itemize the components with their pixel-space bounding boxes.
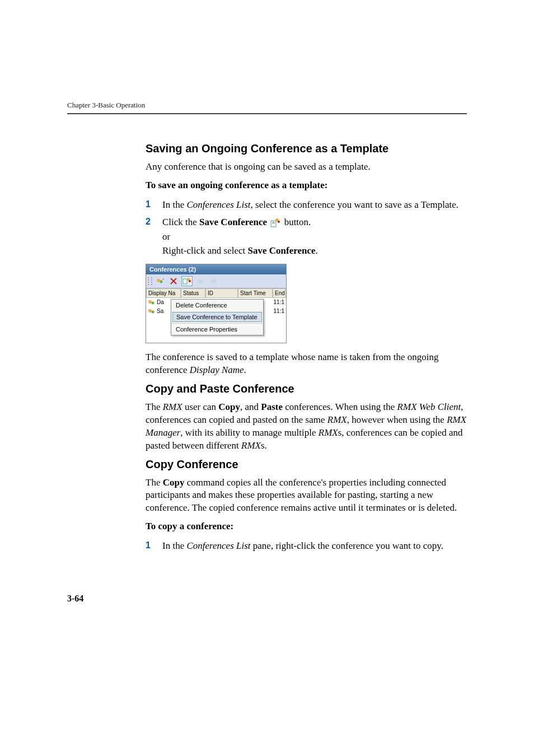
step-1: 1 In the Conferences List pane, right-cl… bbox=[146, 539, 467, 553]
col-id[interactable]: ID bbox=[205, 288, 238, 298]
heading-save-template: Saving an Ongoing Conference as a Templa… bbox=[146, 142, 467, 155]
col-display-name[interactable]: Display Na bbox=[146, 288, 181, 298]
step-number: 1 bbox=[146, 198, 151, 211]
conferences-panel-screenshot: Conferences (2) + bbox=[146, 264, 287, 343]
svg-text:+: + bbox=[162, 277, 165, 281]
para-intro: Any conference that is ongoing can be sa… bbox=[146, 161, 467, 174]
grip-icon bbox=[148, 277, 152, 285]
t: RMX bbox=[163, 402, 182, 412]
t: command copies all the conference's prop… bbox=[146, 477, 457, 514]
delete-icon[interactable] bbox=[168, 276, 179, 286]
menu-conference-properties[interactable]: Conference Properties bbox=[171, 323, 263, 335]
t: RMX, bbox=[327, 414, 349, 425]
row-end: 11:1 bbox=[268, 298, 286, 306]
t: , with its ability to manage multiple bbox=[180, 427, 318, 438]
panel-titlebar: Conferences (2) bbox=[146, 264, 286, 274]
main-content: Saving an Ongoing Conference as a Templa… bbox=[146, 142, 467, 553]
heading-copy-paste: Copy and Paste Conference bbox=[146, 382, 467, 395]
svg-point-16 bbox=[152, 301, 154, 304]
para-copy-paste: The RMX user can Copy, and Paste confere… bbox=[146, 401, 467, 452]
column-headers: Display Na Status ID Start Time End T bbox=[146, 288, 286, 298]
t: Conferences List bbox=[186, 540, 250, 551]
svg-rect-0 bbox=[271, 221, 276, 227]
menu-delete-conference[interactable]: Delete Conference bbox=[171, 300, 263, 311]
step2-alt-b: . bbox=[316, 245, 318, 256]
col-start-time[interactable]: Start Time bbox=[238, 288, 273, 298]
svg-rect-13 bbox=[198, 279, 203, 283]
procedure-heading-copy: To copy a conference: bbox=[146, 520, 467, 533]
step2-text-a: Click the bbox=[162, 217, 199, 227]
panel-toolbar: + bbox=[146, 274, 286, 288]
svg-rect-10 bbox=[183, 279, 187, 284]
svg-rect-2 bbox=[272, 223, 275, 223]
step2-text-b: button. bbox=[284, 217, 311, 227]
step-number: 1 bbox=[146, 539, 151, 552]
t: pane, right-click the conference you wan… bbox=[251, 540, 443, 551]
row-end: 11:1 bbox=[268, 307, 286, 315]
svg-point-5 bbox=[157, 279, 160, 282]
toolbar-disabled-1-icon bbox=[195, 276, 206, 286]
svg-point-6 bbox=[160, 280, 163, 283]
step2-or: or bbox=[162, 230, 467, 244]
menu-save-conference-to-template[interactable]: Save Conference to Template bbox=[172, 312, 262, 322]
context-menu: Delete Conference Save Conference to Tem… bbox=[171, 299, 264, 335]
col-end-time[interactable]: End T bbox=[273, 288, 286, 298]
display-name-em: Display Name bbox=[190, 365, 244, 375]
step-number: 2 bbox=[146, 215, 151, 228]
t: Copy bbox=[218, 402, 240, 412]
t: Paste bbox=[261, 402, 283, 412]
conference-row-icon bbox=[148, 299, 156, 306]
panel-body: Da 11:1 Sa 11:1 bbox=[146, 298, 286, 343]
step1-em: Conferences List bbox=[186, 199, 250, 210]
t: The bbox=[146, 477, 163, 488]
row-name: Sa bbox=[157, 308, 163, 314]
save-conference-icon bbox=[270, 218, 280, 228]
t: however when using the bbox=[349, 414, 447, 425]
step2-bold: Save Conference bbox=[199, 217, 267, 227]
chapter-header: Chapter 3-Basic Operation bbox=[67, 101, 467, 110]
para-after-screenshot: The conference is saved to a template wh… bbox=[146, 351, 467, 377]
divider bbox=[67, 113, 467, 114]
step2-alt-a: Right-click and select bbox=[162, 245, 247, 256]
para-copy-conference: The Copy command copies all the conferen… bbox=[146, 477, 467, 515]
text: . bbox=[244, 365, 246, 375]
heading-copy-conference: Copy Conference bbox=[146, 458, 467, 471]
svg-point-12 bbox=[189, 280, 191, 282]
step1-text-b: , select the conference you want to save… bbox=[251, 199, 458, 210]
conference-row-icon bbox=[148, 308, 156, 315]
page-number: 3-64 bbox=[67, 594, 83, 604]
col-status[interactable]: Status bbox=[181, 288, 205, 298]
step-2: 2 Click the Save Conference button. or R… bbox=[146, 215, 467, 258]
t: RMX Web Client bbox=[397, 402, 461, 412]
t: user can bbox=[182, 402, 219, 412]
svg-point-4 bbox=[278, 221, 280, 223]
save-template-steps: 1 In the Conferences List, select the co… bbox=[146, 198, 467, 258]
procedure-heading: To save an ongoing conference as a templ… bbox=[146, 179, 467, 192]
step1-text-a: In the bbox=[162, 199, 186, 210]
save-template-toolbar-icon[interactable] bbox=[181, 276, 193, 286]
toolbar-disabled-2-icon bbox=[208, 276, 219, 286]
svg-point-15 bbox=[148, 300, 152, 304]
svg-point-17 bbox=[148, 309, 152, 312]
t: s. bbox=[261, 440, 267, 451]
t: In the bbox=[162, 540, 186, 551]
new-conference-icon[interactable]: + bbox=[154, 276, 166, 286]
step-1: 1 In the Conferences List, select the co… bbox=[146, 198, 467, 212]
t: RMX bbox=[318, 427, 338, 438]
t: , and bbox=[240, 402, 261, 412]
t: Copy bbox=[163, 477, 185, 488]
copy-conference-steps: 1 In the Conferences List pane, right-cl… bbox=[146, 539, 467, 553]
t: The bbox=[146, 402, 163, 412]
t: conferences. When using the bbox=[283, 402, 397, 412]
svg-rect-1 bbox=[272, 222, 275, 222]
svg-point-18 bbox=[152, 310, 154, 313]
t: RMX bbox=[241, 440, 261, 451]
step2-alt-bold: Save Conference bbox=[247, 245, 315, 256]
svg-rect-14 bbox=[211, 279, 217, 283]
row-name: Da bbox=[157, 299, 164, 305]
